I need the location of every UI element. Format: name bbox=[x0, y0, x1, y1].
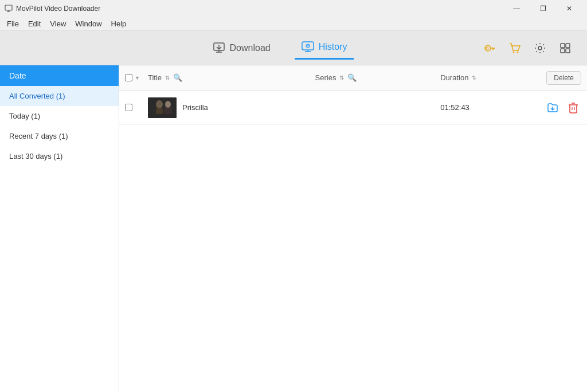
svg-rect-25 bbox=[156, 108, 163, 114]
svg-point-17 bbox=[517, 51, 519, 53]
row-checkbox[interactable] bbox=[125, 104, 132, 111]
col-title-header: Title ⇅ 🔍 bbox=[148, 73, 315, 82]
key-icon bbox=[483, 42, 496, 54]
maximize-button[interactable]: ❐ bbox=[530, 0, 556, 17]
settings-icon bbox=[534, 42, 546, 54]
table-row: Priscilla 01:52:43 bbox=[119, 91, 587, 125]
row-duration-cell: 01:52:43 bbox=[440, 103, 524, 112]
video-duration: 01:52:43 bbox=[440, 103, 469, 112]
chevron-down-icon: ▼ bbox=[135, 75, 140, 81]
app-icon bbox=[5, 5, 13, 13]
delete-button[interactable]: Delete bbox=[546, 71, 581, 85]
col-duration-header: Duration ⇅ bbox=[440, 73, 524, 82]
sidebar-item-today[interactable]: Today (1) bbox=[0, 106, 119, 126]
duration-sort-icon[interactable]: ⇅ bbox=[472, 75, 476, 81]
menu-file[interactable]: File bbox=[2, 18, 24, 29]
title-bar-controls: — ❐ ✕ bbox=[503, 0, 582, 17]
content: Date All Converted (1) Today (1) Recent … bbox=[0, 65, 587, 392]
title-sort-icon[interactable]: ⇅ bbox=[165, 75, 170, 81]
history-monitor-icon bbox=[302, 41, 314, 53]
sidebar: Date All Converted (1) Today (1) Recent … bbox=[0, 65, 119, 392]
key-button[interactable] bbox=[479, 38, 500, 58]
toolbar-right bbox=[479, 38, 576, 58]
app-title: MovPilot Video Downloader bbox=[16, 5, 100, 13]
svg-rect-22 bbox=[566, 49, 570, 53]
svg-rect-20 bbox=[566, 44, 570, 48]
series-sort-icon[interactable]: ⇅ bbox=[339, 75, 344, 81]
history-label: History bbox=[319, 42, 347, 52]
menu-help[interactable]: Help bbox=[107, 18, 131, 29]
grid-icon bbox=[559, 42, 571, 54]
svg-rect-19 bbox=[561, 44, 565, 48]
col-series-header: Series ⇅ 🔍 bbox=[315, 73, 441, 82]
title-bar-left: MovPilot Video Downloader bbox=[5, 5, 100, 13]
svg-point-16 bbox=[513, 51, 515, 53]
download-icon bbox=[213, 42, 225, 54]
series-column-label: Series bbox=[315, 73, 336, 82]
menu-window[interactable]: Window bbox=[71, 18, 106, 29]
svg-rect-23 bbox=[148, 97, 177, 118]
row-actions bbox=[524, 100, 581, 116]
history-tab[interactable]: History bbox=[295, 36, 354, 60]
sidebar-item-recent-7[interactable]: Recent 7 days (1) bbox=[0, 126, 119, 146]
header-check: ▼ bbox=[125, 74, 148, 81]
grid-button[interactable] bbox=[555, 38, 576, 58]
sidebar-item-all-converted[interactable]: All Converted (1) bbox=[0, 86, 119, 106]
cart-icon bbox=[508, 42, 521, 54]
minimize-button[interactable]: — bbox=[503, 0, 530, 17]
row-title-cell: Priscilla bbox=[148, 97, 315, 118]
title-column-label: Title bbox=[148, 73, 162, 82]
trash-icon bbox=[568, 102, 578, 113]
svg-point-27 bbox=[165, 101, 171, 108]
sidebar-item-last-30[interactable]: Last 30 days (1) bbox=[0, 146, 119, 166]
svg-point-15 bbox=[486, 47, 488, 49]
table-header: ▼ Title ⇅ 🔍 Series ⇅ 🔍 Duration ⇅ Delete bbox=[119, 65, 587, 91]
thumbnail-image bbox=[148, 97, 177, 118]
title-bar: MovPilot Video Downloader — ❐ ✕ bbox=[0, 0, 587, 17]
video-thumbnail bbox=[148, 97, 177, 118]
menu-bar: File Edit View Window Help bbox=[0, 17, 587, 31]
download-tab[interactable]: Download bbox=[206, 37, 277, 59]
series-search-icon[interactable]: 🔍 bbox=[347, 73, 357, 82]
toolbar-center: Download History bbox=[206, 36, 354, 60]
svg-point-24 bbox=[156, 100, 163, 108]
delete-row-button[interactable] bbox=[565, 100, 581, 116]
duration-column-label: Duration bbox=[440, 73, 468, 82]
folder-icon bbox=[547, 102, 558, 113]
close-button[interactable]: ✕ bbox=[556, 0, 582, 17]
cart-button[interactable] bbox=[504, 38, 525, 58]
svg-point-18 bbox=[538, 46, 542, 50]
title-search-icon[interactable]: 🔍 bbox=[173, 73, 182, 82]
select-all-checkbox[interactable] bbox=[125, 74, 132, 81]
menu-edit[interactable]: Edit bbox=[24, 18, 45, 29]
main-panel: ▼ Title ⇅ 🔍 Series ⇅ 🔍 Duration ⇅ Delete bbox=[119, 65, 587, 392]
row-check bbox=[125, 104, 148, 111]
video-title: Priscilla bbox=[182, 103, 208, 112]
svg-rect-0 bbox=[5, 5, 12, 10]
menu-view[interactable]: View bbox=[45, 18, 71, 29]
download-label: Download bbox=[230, 43, 271, 53]
col-actions-header: Delete bbox=[524, 71, 581, 85]
sidebar-header: Date bbox=[0, 65, 119, 86]
settings-button[interactable] bbox=[530, 38, 550, 58]
open-folder-button[interactable] bbox=[545, 100, 561, 116]
toolbar: Download History bbox=[0, 31, 587, 65]
svg-rect-21 bbox=[561, 49, 565, 53]
